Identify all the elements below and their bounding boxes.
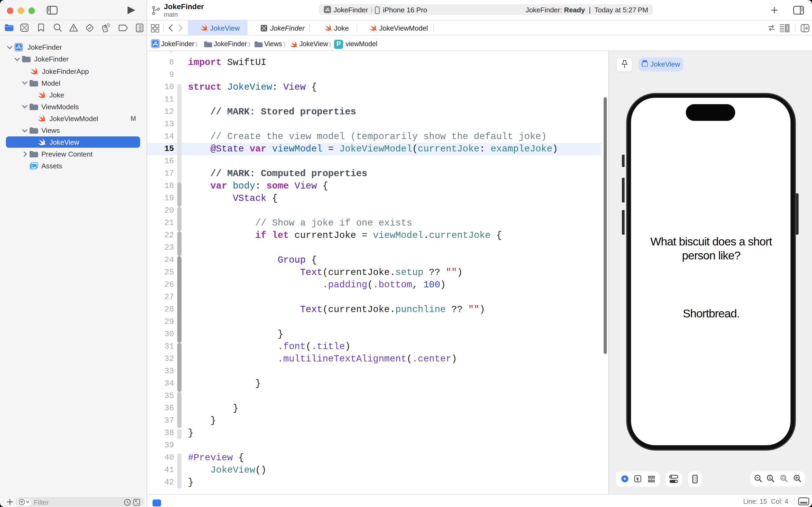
- svg-text:1: 1: [769, 475, 771, 480]
